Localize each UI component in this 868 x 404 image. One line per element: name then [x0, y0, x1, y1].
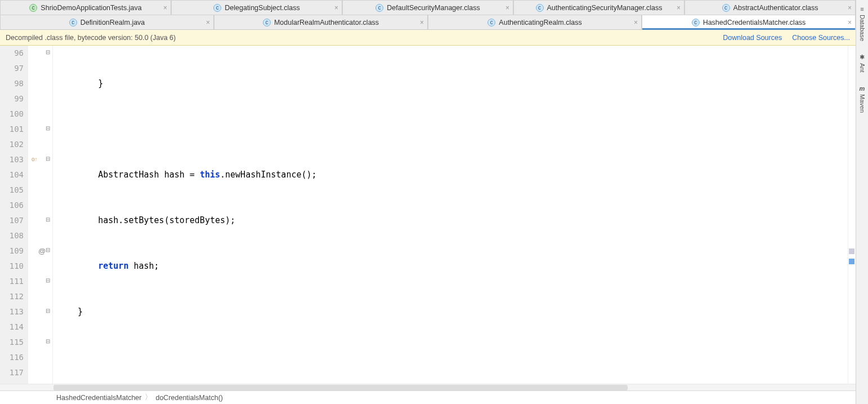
database-icon: ≡: [860, 6, 863, 12]
class-file-icon: c: [69, 19, 77, 26]
editor-tab[interactable]: cModularRealmAuthenticator.class×: [214, 15, 428, 29]
fold-strip[interactable]: o↑ @ ⊟ ⊟ ⊟ ⊟ ⊟ ⊟ ⊟ ⊟: [28, 46, 53, 384]
breadcrumb-separator-icon: 〉: [145, 393, 152, 402]
java-file-icon: c: [29, 4, 37, 12]
horizontal-scrollbar[interactable]: [0, 384, 856, 390]
tab-label: DefaultSecurityManager.class: [387, 4, 480, 12]
line-number: 98: [0, 76, 28, 91]
line-number: 114: [0, 319, 28, 335]
editor-tab[interactable]: cAbstractAuthenticator.class×: [684, 0, 856, 15]
tool-window-maven[interactable]: mMaven: [859, 82, 866, 116]
line-number-gutter: 9697989910010110210310410510610710810911…: [0, 46, 28, 384]
line-number: 112: [0, 289, 28, 304]
line-number: 108: [0, 228, 28, 243]
line-number: 111: [0, 274, 28, 289]
line-number: 104: [0, 167, 28, 183]
editor-tab[interactable]: cAuthenticatingSecurityManager.class×: [513, 0, 684, 15]
editor-tab[interactable]: cDefinitionRealm.java×: [0, 15, 214, 29]
line-number: 103: [0, 152, 28, 167]
editor-tab[interactable]: cDelegatingSubject.class×: [171, 0, 342, 15]
close-icon[interactable]: ×: [420, 19, 424, 26]
fold-handle-icon[interactable]: ⊟: [46, 216, 50, 223]
breadcrumb: HashedCredentialsMatcher 〉 doCredentials…: [0, 390, 856, 404]
tab-label: DefinitionRealm.java: [80, 19, 145, 26]
close-icon[interactable]: ×: [848, 4, 852, 12]
tab-label: ShrioDemoApplicationTests.java: [41, 4, 141, 12]
line-number: 106: [0, 198, 28, 213]
code-area[interactable]: } AbstractHash hash = this.newHashInstan…: [53, 46, 848, 384]
editor-tab[interactable]: cAuthenticatingRealm.class×: [428, 15, 642, 29]
class-file-icon: c: [692, 19, 700, 26]
line-number: 109: [0, 243, 28, 259]
fold-handle-icon[interactable]: ⊟: [46, 338, 50, 344]
line-number: 113: [0, 304, 28, 319]
fold-handle-icon[interactable]: ⊟: [46, 308, 50, 314]
line-number: 110: [0, 259, 28, 274]
line-number: 102: [0, 137, 28, 152]
class-file-icon: c: [375, 4, 383, 12]
close-icon[interactable]: ×: [848, 19, 852, 26]
fold-handle-icon[interactable]: ⊟: [46, 277, 50, 283]
class-file-icon: c: [263, 19, 271, 26]
line-number: 99: [0, 91, 28, 106]
class-file-icon: c: [213, 4, 221, 12]
download-sources-link[interactable]: Download Sources: [723, 34, 782, 42]
editor-tabs: cShrioDemoApplicationTests.java×cDelegat…: [0, 0, 856, 30]
tab-label: AbstractAuthenticator.class: [733, 4, 818, 12]
fold-handle-icon[interactable]: ⊟: [46, 49, 50, 55]
close-icon[interactable]: ×: [206, 19, 210, 26]
class-file-icon: c: [487, 19, 495, 26]
close-icon[interactable]: ×: [334, 4, 338, 12]
line-number: 101: [0, 122, 28, 137]
line-number: 105: [0, 183, 28, 198]
editor-tab[interactable]: cDefaultSecurityManager.class×: [342, 0, 513, 15]
tab-label: AuthenticatingSecurityManager.class: [547, 4, 663, 12]
editor-tab[interactable]: cShrioDemoApplicationTests.java×: [0, 0, 171, 15]
tab-label: HashedCredentialsMatcher.class: [703, 19, 806, 26]
close-icon[interactable]: ×: [505, 4, 509, 12]
scroll-thumb[interactable]: [53, 385, 628, 390]
line-number: 107: [0, 213, 28, 228]
breadcrumb-class[interactable]: HashedCredentialsMatcher: [56, 394, 141, 402]
fold-handle-icon[interactable]: ⊟: [46, 156, 50, 162]
maven-icon: m: [860, 85, 865, 92]
editor-tab[interactable]: cHashedCredentialsMatcher.class×: [642, 15, 856, 29]
line-number: 100: [0, 106, 28, 122]
banner-text: Decompiled .class file, bytecode version…: [6, 34, 176, 42]
line-number: 115: [0, 335, 28, 350]
class-file-icon: c: [722, 4, 730, 12]
override-marker-icon[interactable]: o↑: [32, 156, 38, 162]
close-icon[interactable]: ×: [634, 19, 638, 26]
scroll-marker-strip[interactable]: [848, 46, 856, 384]
tool-window-database[interactable]: ≡Database: [859, 2, 866, 45]
code-editor[interactable]: 9697989910010110210310410510610710810911…: [0, 46, 856, 384]
tool-window-ant[interactable]: ✱Ant: [859, 50, 866, 76]
fold-handle-icon[interactable]: ⊟: [46, 247, 50, 253]
right-tool-strip: ≡Database ✱Ant mMaven: [856, 0, 868, 404]
annotation-marker-icon[interactable]: @: [38, 247, 46, 255]
choose-sources-link[interactable]: Choose Sources...: [792, 34, 850, 42]
tab-label: DelegatingSubject.class: [225, 4, 299, 12]
close-icon[interactable]: ×: [677, 4, 681, 12]
scroll-mark[interactable]: [849, 259, 854, 264]
fold-handle-icon[interactable]: ⊟: [46, 125, 50, 131]
line-number: 117: [0, 365, 28, 380]
decompiled-banner: Decompiled .class file, bytecode version…: [0, 30, 856, 46]
tab-label: ModularRealmAuthenticator.class: [274, 19, 379, 26]
line-number: 116: [0, 350, 28, 365]
class-file-icon: c: [536, 4, 544, 12]
line-number: 96: [0, 46, 28, 61]
line-number: 97: [0, 61, 28, 76]
ant-icon: ✱: [860, 54, 865, 61]
tab-label: AuthenticatingRealm.class: [499, 19, 581, 26]
breadcrumb-method[interactable]: doCredentialsMatch(): [155, 394, 223, 402]
scroll-mark[interactable]: [849, 248, 854, 254]
close-icon[interactable]: ×: [163, 4, 167, 12]
